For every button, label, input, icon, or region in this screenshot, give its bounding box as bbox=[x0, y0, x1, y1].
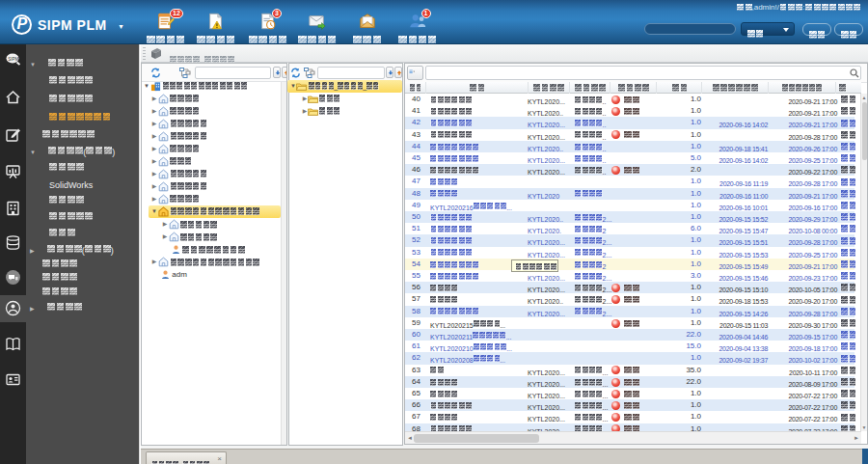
svg-text:SIPM: SIPM bbox=[8, 57, 18, 62]
